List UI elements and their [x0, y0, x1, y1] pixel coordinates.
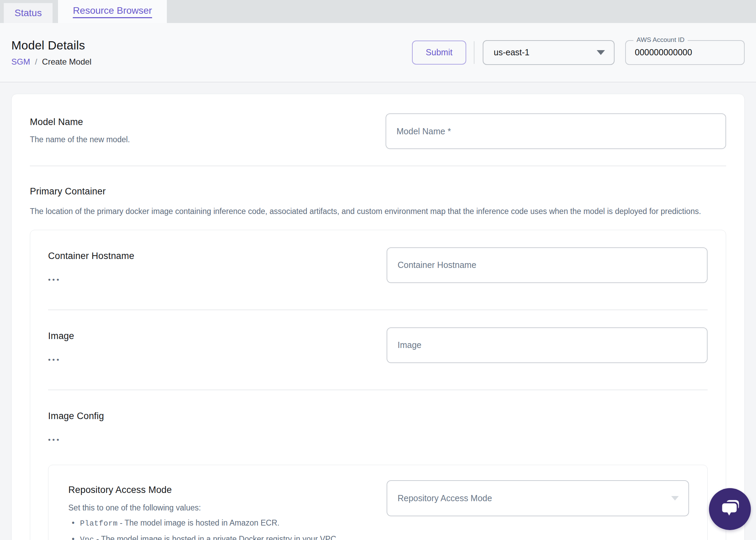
- breadcrumb-link-sgm[interactable]: SGM: [11, 57, 30, 67]
- expand-description-button[interactable]: •••: [48, 436, 708, 443]
- expand-description-button[interactable]: •••: [48, 276, 134, 283]
- image-config-heading: Image Config: [48, 411, 708, 421]
- image-row: Image •••: [48, 310, 708, 363]
- image-config-card: Repository Access Mode Set this to one o…: [48, 465, 708, 540]
- list-item: Vpc - The model image is hosted in a pri…: [68, 533, 339, 540]
- model-name-input[interactable]: [386, 113, 726, 149]
- primary-container-heading: Primary Container: [30, 186, 726, 197]
- repository-access-mode-description: Set this to one of the following values:: [68, 503, 339, 513]
- repository-access-mode-info: Repository Access Mode Set this to one o…: [68, 480, 339, 540]
- caret-down-icon: [597, 50, 605, 55]
- tab-status[interactable]: Status: [4, 3, 53, 23]
- option-text: - The model image is hosted in a private…: [96, 535, 339, 540]
- submit-button[interactable]: Submit: [412, 41, 466, 65]
- container-hostname-info: Container Hostname •••: [48, 247, 134, 283]
- model-name-info: Model Name The name of the new model.: [30, 113, 130, 144]
- option-text: - The model image is hosted in Amazon EC…: [120, 518, 279, 527]
- expand-description-button[interactable]: •••: [48, 356, 74, 363]
- container-hostname-row: Container Hostname •••: [48, 247, 708, 283]
- option-code: Vpc: [80, 536, 94, 540]
- chat-bubbles-icon: [718, 497, 742, 521]
- model-name-row: Model Name The name of the new model.: [30, 113, 726, 149]
- repository-access-mode-heading: Repository Access Mode: [68, 485, 339, 495]
- model-name-description: The name of the new model.: [30, 135, 130, 144]
- image-info: Image •••: [48, 327, 74, 363]
- container-hostname-input[interactable]: [387, 247, 708, 283]
- tab-status-label: Status: [14, 8, 42, 19]
- repository-access-mode-placeholder: Repository Access Mode: [398, 493, 492, 503]
- primary-container-description: The location of the primary docker image…: [30, 205, 726, 218]
- aws-account-id-input[interactable]: [626, 47, 744, 57]
- container-hostname-heading: Container Hostname: [48, 251, 134, 261]
- content-area: Model Name The name of the new model. Pr…: [0, 82, 756, 540]
- repository-access-mode-select[interactable]: Repository Access Mode: [387, 480, 689, 516]
- primary-container-section: Primary Container The location of the pr…: [30, 186, 726, 540]
- title-block: Model Details SGM / Create Model: [11, 38, 91, 67]
- list-item: Platform - The model image is hosted in …: [68, 517, 339, 529]
- aws-account-id-field: AWS Account ID: [625, 40, 745, 65]
- caret-down-icon: [671, 496, 679, 500]
- option-code: Platform: [80, 519, 118, 528]
- header-actions: Submit us-east-1 AWS Account ID: [412, 40, 745, 65]
- breadcrumb-separator: /: [35, 57, 37, 67]
- create-model-form-card: Model Name The name of the new model. Pr…: [11, 94, 745, 540]
- image-input[interactable]: [387, 327, 708, 363]
- repository-access-mode-options-list: Platform - The model image is hosted in …: [68, 517, 339, 540]
- breadcrumb-current: Create Model: [42, 57, 91, 67]
- image-heading: Image: [48, 331, 74, 341]
- header-divider: [474, 41, 474, 64]
- page-header: Model Details SGM / Create Model Submit …: [0, 23, 756, 82]
- section-divider: [30, 166, 726, 166]
- primary-container-card: Container Hostname ••• Image •••: [30, 230, 726, 540]
- image-config-section: Image Config ••• Repository Access Mode …: [48, 390, 708, 540]
- breadcrumb: SGM / Create Model: [11, 57, 91, 67]
- tab-resource-browser-label: Resource Browser: [73, 5, 152, 18]
- region-dropdown-value: us-east-1: [494, 47, 529, 57]
- tab-resource-browser[interactable]: Resource Browser: [58, 0, 167, 23]
- model-name-heading: Model Name: [30, 117, 130, 127]
- region-dropdown[interactable]: us-east-1: [483, 40, 615, 65]
- tab-bar: Status Resource Browser: [0, 0, 756, 23]
- page-title: Model Details: [11, 38, 91, 52]
- image-config-info: Image Config •••: [48, 407, 708, 443]
- aws-account-id-label: AWS Account ID: [633, 36, 688, 44]
- chat-widget-button[interactable]: [709, 488, 751, 530]
